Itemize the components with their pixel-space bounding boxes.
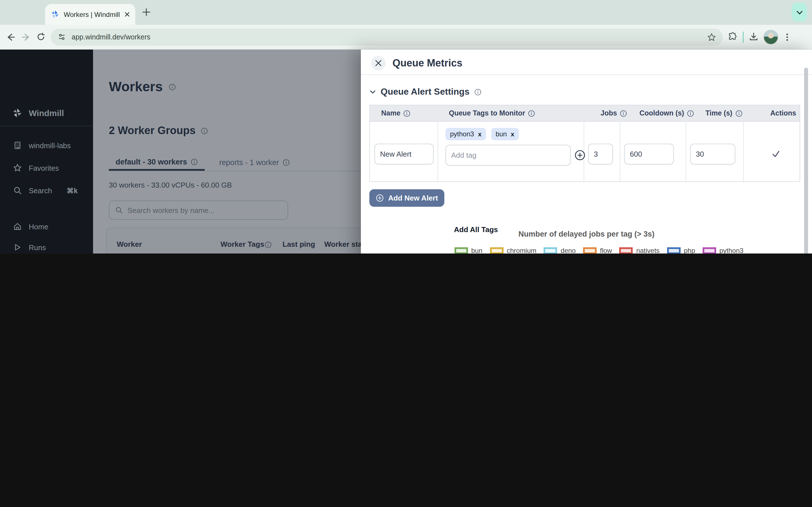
sidebar-item-windmill-labs[interactable]: windmill-labs [0,138,93,153]
add-tag-input[interactable]: Add tag [446,145,571,166]
alert-column-jobs: Jobs [595,105,627,121]
sidebar-divider [0,126,93,126]
legend-swatch [544,247,557,253]
add-tag-placeholder: Add tag [451,151,476,159]
alert-column-actions: Actions [765,105,796,121]
windmill-logo[interactable]: Windmill [0,104,93,122]
legend-item-deno[interactable]: deno [544,247,576,253]
building-icon [13,141,22,150]
browser-menu-icon[interactable] [783,33,791,41]
info-icon[interactable] [403,110,410,117]
drawer-scrollbar[interactable] [804,68,808,253]
jobs-input[interactable]: 3 [588,144,613,165]
legend-swatch [583,247,597,253]
info-icon[interactable] [620,110,627,117]
toolbar-divider [743,31,744,43]
add-new-alert-label: Add New Alert [388,194,438,202]
legend-item-flow[interactable]: flow [583,247,612,253]
legend-item-php[interactable]: php [667,247,695,253]
legend-item-chromium[interactable]: chromium [490,247,536,253]
alert-column-cooldown-s: Cooldown (s) [634,105,694,121]
sidebar-item-label: Home [29,222,48,231]
alert-name-input[interactable]: New Alert [374,144,434,165]
remove-tag-icon[interactable]: x [478,131,481,137]
drawer-title: Queue Metrics [393,57,462,69]
legend-item-nativets[interactable]: nativets [619,247,660,253]
sidebar-item-favorites[interactable]: Favorites [0,161,93,175]
tab-title: Workers | Windmill [64,10,120,18]
screen: Workers | Windmill app.windmill.dev/work… [0,0,812,253]
browser-toolbar: app.windmill.dev/workers [0,25,812,50]
chart1-title: Number of delayed jobs per tag (> 3s) [361,230,812,238]
cooldown-input[interactable]: 600 [624,144,674,165]
sidebar-item-label: Runs [29,243,46,251]
legend-swatch [702,247,716,253]
chart1-legend: bunchromiumdenoflownativetsphppython3 [418,247,779,253]
alert-column-time-s: Time (s) [700,105,742,121]
plus-circle-icon [376,194,384,202]
home-icon [13,222,22,231]
search-icon [13,186,22,195]
brand-label: Windmill [29,108,64,117]
profile-avatar[interactable] [763,30,778,44]
legend-swatch [667,247,680,253]
sidebar: Windmill windmill-labsFavoritesSearch⌘k … [0,50,93,253]
sidebar-item-search[interactable]: Search⌘k [0,183,93,198]
remove-tag-icon[interactable]: x [511,131,514,137]
new-tab-button[interactable] [142,8,151,16]
sidebar-item-label: Favorites [29,164,59,172]
reload-icon[interactable] [36,32,46,42]
sidebar-item-label: Search [29,186,52,194]
tab-close-icon[interactable] [124,12,130,17]
forward-icon[interactable] [21,32,31,42]
chevron-down-icon [369,89,376,95]
alert-name-value: New Alert [380,150,411,158]
sidebar-item-home[interactable]: Home [0,219,93,234]
legend-swatch [454,247,468,253]
downloads-icon[interactable] [749,32,758,42]
alert-column-name: Name [375,105,410,121]
browser-tab[interactable]: Workers | Windmill [45,4,135,25]
info-icon[interactable] [687,110,694,117]
url-bar[interactable]: app.windmill.dev/workers [51,29,723,45]
cooldown-value: 600 [630,150,642,158]
jobs-value: 3 [594,150,598,158]
legend-item-python3[interactable]: python3 [702,247,743,253]
url-text[interactable]: app.windmill.dev/workers [71,33,702,41]
alert-column-queue-tags-to-monitor: Queue Tags to Monitor [443,105,535,121]
add-new-alert-button[interactable]: Add New Alert [369,189,444,207]
confirm-alert-check-icon[interactable] [771,149,780,158]
time-input[interactable]: 30 [690,144,735,165]
legend-swatch [619,247,633,253]
info-icon[interactable] [474,88,481,96]
windmill-favicon-icon [51,10,59,18]
info-icon[interactable] [528,110,535,117]
queue-metrics-drawer: Queue Metrics Queue Alert Settings NameQ… [361,50,812,253]
sidebar-item-runs[interactable]: Runs [0,240,93,253]
chrome-panel-chevron-button[interactable] [792,3,807,21]
add-tag-plus-button[interactable] [574,149,586,161]
site-settings-icon[interactable] [57,33,66,41]
browser-tabstrip: Workers | Windmill [0,0,812,25]
legend-swatch [490,247,503,253]
play-icon [13,243,22,252]
tag-chip-bun[interactable]: bunx [491,128,519,140]
legend-item-bun[interactable]: bun [454,247,483,253]
drawer-divider [361,74,812,75]
app-frame: Windmill windmill-labsFavoritesSearch⌘k … [0,50,812,253]
bookmark-star-icon[interactable] [707,33,716,41]
extensions-icon[interactable] [728,32,738,42]
time-value: 30 [696,150,704,158]
back-icon[interactable] [6,32,16,42]
queue-alert-settings-header[interactable]: Queue Alert Settings [369,87,481,97]
sidebar-item-label: windmill-labs [29,141,71,150]
alert-settings-table: NameQueue Tags to MonitorJobsCooldown (s… [369,105,800,182]
drawer-close-button[interactable] [371,56,386,70]
info-icon[interactable] [735,110,742,117]
tag-chip-python3[interactable]: python3x [446,128,486,140]
search-shortcut: ⌘k [66,186,78,194]
star-icon [13,163,22,172]
